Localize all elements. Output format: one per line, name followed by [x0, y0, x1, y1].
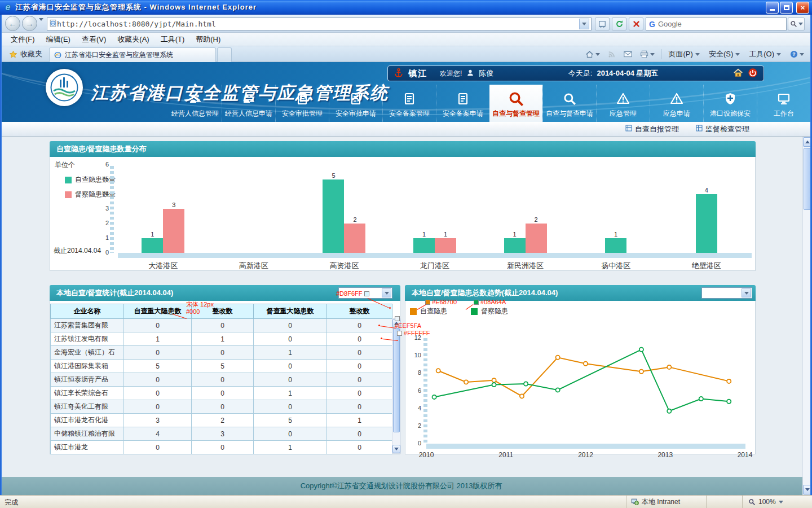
nav-item-0[interactable]: 经营人信息管理: [169, 85, 222, 122]
help-button[interactable]: ?: [787, 48, 807, 60]
table-header-cell: 督查重大隐患数: [254, 304, 327, 319]
toolbar-button-0[interactable]: 页面(P): [665, 48, 704, 60]
table-scroll-down-button[interactable]: [392, 445, 400, 453]
nav-item-3[interactable]: 安全审批申请: [329, 85, 382, 122]
bar-y-tick-label: 2: [98, 220, 109, 226]
back-button[interactable]: ←: [5, 16, 20, 31]
maximize-icon: [784, 5, 789, 10]
table-row-7[interactable]: 镇江市港龙石化港3251: [51, 414, 392, 427]
browser-tab[interactable]: 江苏省港口安全监管与应急管理系统: [49, 47, 216, 62]
table-row-1[interactable]: 江苏镇江发电有限1100: [51, 332, 392, 346]
ie-logo-icon: e: [3, 2, 13, 12]
bar-value-label: 2: [353, 216, 356, 223]
user-name[interactable]: 陈俊: [479, 68, 493, 78]
table-scrollbar[interactable]: [392, 318, 401, 454]
refresh-button[interactable]: [612, 17, 626, 30]
subnav-item-1[interactable]: 监督检查管理: [696, 124, 749, 134]
design-note-row-bg: #FFFFFF: [397, 330, 430, 337]
bar-value-label: 5: [332, 172, 335, 179]
subnav-item-0[interactable]: 自查自报管理: [625, 124, 679, 134]
url-input[interactable]: [57, 20, 579, 28]
value-cell: 0: [327, 387, 392, 400]
menu-item-4[interactable]: 工具(T): [155, 33, 191, 46]
bar: [163, 209, 184, 253]
nav-item-label: 安全审批申请: [336, 109, 376, 119]
toolbar-button-1[interactable]: 安全(S): [705, 48, 744, 60]
menu-item-5[interactable]: 帮助(H): [190, 33, 226, 46]
nav-item-6[interactable]: 自查与督查管理: [489, 85, 542, 122]
feeds-button[interactable]: [605, 48, 619, 60]
menu-item-1[interactable]: 编辑(E): [41, 33, 76, 46]
table-row-4[interactable]: 镇江恒泰沥青产品0000: [51, 373, 392, 387]
forward-button[interactable]: →: [22, 16, 37, 31]
nav-item-1[interactable]: 经营人信息申请: [222, 85, 275, 122]
table-row-3[interactable]: 镇江港国际集装箱5500: [51, 360, 392, 373]
stop-button[interactable]: [629, 17, 643, 30]
new-tab-stub[interactable]: [217, 47, 232, 62]
nav-item-9[interactable]: 应急申请: [650, 85, 703, 122]
search-go-button[interactable]: [788, 17, 805, 30]
maximize-button[interactable]: [780, 2, 793, 14]
stats-select-arrow[interactable]: [382, 288, 391, 297]
nav-item-4[interactable]: 安全备案管理: [382, 85, 436, 122]
value-cell: 3: [124, 414, 192, 427]
menu-item-3[interactable]: 收藏夹(A): [112, 33, 155, 46]
value-cell: 0: [327, 373, 392, 387]
minimize-button[interactable]: [766, 2, 779, 14]
menu-item-2[interactable]: 查看(V): [76, 33, 112, 46]
value-cell: 0: [254, 332, 327, 346]
close-button[interactable]: ×: [796, 2, 809, 14]
url-dropdown-button[interactable]: [579, 19, 589, 29]
menu-item-0[interactable]: 文件(F): [5, 33, 41, 46]
value-cell: 1: [254, 346, 327, 360]
legend-swatch: [65, 191, 72, 198]
portal-home-button[interactable]: [733, 68, 743, 80]
zoom-control[interactable]: 100%: [742, 496, 810, 508]
trend-select-arrow[interactable]: [742, 288, 751, 297]
main-nav: 经营人信息管理经营人信息申请安全审批管理安全审批申请安全备案管理安全备案申请自查…: [169, 85, 810, 122]
table-row-2[interactable]: 金海宏业（镇江）石0010: [51, 346, 392, 360]
table-row-5[interactable]: 镇江李长荣综合石0010: [51, 387, 392, 400]
nav-item-2[interactable]: 安全审批管理: [275, 85, 329, 122]
nav-item-11[interactable]: 工作台: [757, 85, 810, 122]
design-note-dot: [381, 338, 382, 339]
nav-item-7[interactable]: 自查与督查申请: [542, 85, 596, 122]
nav-item-8[interactable]: 应急管理: [596, 85, 650, 122]
trend-filter-select[interactable]: [701, 287, 752, 299]
port-logo-emblem: [48, 71, 81, 104]
trend-panel-body: 自查隐患督察隐患 02468101220102011201220132014: [405, 301, 756, 454]
value-cell: 0: [327, 360, 392, 373]
logout-button[interactable]: [748, 68, 758, 80]
table-row-8[interactable]: 中储粮镇江粮油有限4300: [51, 427, 392, 441]
people-icon: [188, 89, 202, 109]
tab-favicon: [54, 51, 61, 59]
table-scroll-thumb[interactable]: [393, 328, 400, 432]
monitor-icon: [777, 89, 791, 109]
compatibility-view-button[interactable]: [595, 17, 610, 30]
trend-x-tick-label: 2012: [575, 451, 597, 459]
bar-chart-unit-label: 单位个: [55, 160, 75, 170]
web-search-input[interactable]: [658, 20, 783, 28]
nav-item-10[interactable]: 港口设施保安: [703, 85, 757, 122]
bar-group-1: [209, 165, 299, 253]
company-name-cell: 镇江港国际集装箱: [51, 360, 124, 373]
bar: [344, 224, 365, 253]
mail-button[interactable]: [621, 48, 635, 60]
portal-home-icon: [733, 68, 743, 78]
print-button[interactable]: [637, 48, 657, 60]
table-row-0[interactable]: 江苏索普集团有限0000: [51, 319, 392, 332]
bar-chart-plot: 1352111214: [118, 165, 752, 253]
today-label: 今天是:: [568, 68, 593, 78]
home-button[interactable]: [582, 48, 603, 60]
table-row-6[interactable]: 镇江奇美化工有限0000: [51, 400, 392, 414]
toolbar-button-2[interactable]: 工具(O): [745, 48, 785, 60]
history-dropdown[interactable]: [39, 21, 43, 29]
bar: [504, 238, 526, 253]
trend-y-tick-label: 8: [409, 369, 421, 376]
favorites-label: 收藏夹: [20, 49, 42, 59]
favorites-button[interactable]: 收藏夹: [4, 48, 47, 60]
table-row-9[interactable]: 镇江市港龙0010: [51, 441, 392, 454]
city-name: 镇江: [408, 68, 427, 79]
legend-label: 自查隐患: [420, 306, 447, 316]
nav-item-5[interactable]: 安全备案申请: [436, 85, 489, 122]
